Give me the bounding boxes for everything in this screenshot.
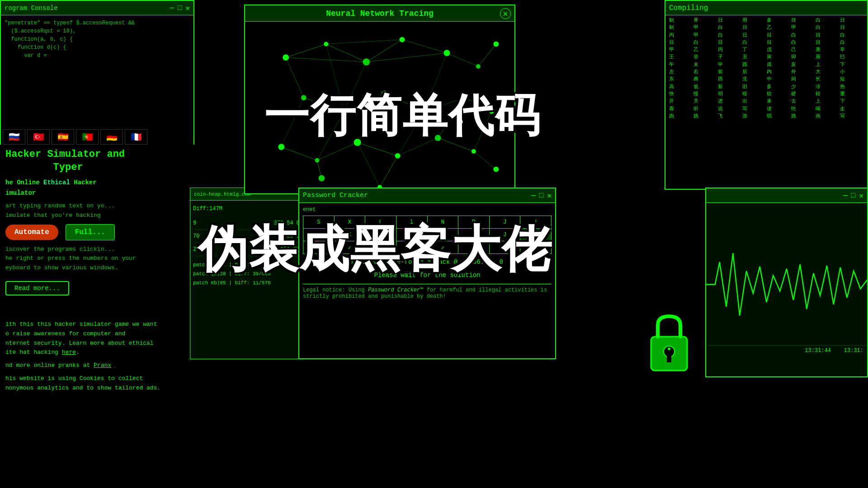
password-network-label: enet: [303, 206, 552, 213]
crack-cell: P: [458, 229, 490, 241]
crack-cell: L: [365, 229, 396, 241]
svg-point-60: [668, 347, 670, 350]
password-titlebar: Password Cracker — □ ✕: [299, 188, 555, 203]
crack-cell: N: [427, 229, 458, 241]
hacker-sim-desc2: imulate that you're hacking: [5, 211, 189, 221]
coin-window: coin-heap.htmlg.com Diff:147M 9 372.54 G…: [190, 188, 303, 359]
lower-desc5: nd more online pranks at Pranx: [5, 361, 189, 371]
coin-row-2: 70 31.99 G: [193, 230, 300, 243]
password-close-btn[interactable]: ✕: [547, 191, 552, 200]
lower-desc1: ith this this hacker simulator game we w…: [5, 320, 189, 329]
hacker-sim-desc1: art typing random text on yo...: [5, 202, 189, 211]
hacker-sim-desc3: iscover the programs clickin...: [5, 245, 189, 254]
svg-point-20: [493, 167, 499, 172]
neural-close-btn[interactable]: ✕: [500, 8, 511, 19]
waveform-window: — □ ✕ 13:31:44 13:31:: [705, 188, 868, 377]
wave-timestamp: 13:31:44 13:31:: [706, 345, 867, 356]
pranx-link[interactable]: Pranx: [94, 362, 111, 369]
crack-cell: X: [334, 216, 365, 229]
legal-text: Legal notice: Using: [303, 287, 368, 293]
svg-rect-59: [667, 353, 671, 362]
coin-patch-2: patch Qc)28 | Diff: 39/656: [193, 270, 300, 279]
lower-desc4: ite hat hacking here.: [5, 348, 189, 357]
flag-spain[interactable]: 🇪🇸: [52, 129, 74, 145]
crack-cell-active: 1: [520, 229, 552, 241]
console-close-btn[interactable]: ✕: [185, 4, 190, 13]
password-win-controls: — □ ✕: [531, 191, 552, 200]
wave-time-2: 13:31:: [844, 347, 863, 354]
crack-check-cell: ✓: [365, 241, 396, 254]
legal-notice-text: Legal notice: Using Password Cracker™ fo…: [303, 284, 552, 300]
crack-table-check-row: ✓ ✓ ✓ ✓ ✓ ✓ ✓ ✗: [303, 241, 552, 254]
password-title-text: Password Cracker: [303, 192, 368, 199]
coin-row-1: 9 372.54 G: [193, 217, 300, 230]
compiling-title-text: Compiling: [669, 4, 708, 12]
wave-svg: [706, 224, 867, 345]
full-button[interactable]: Full...: [66, 224, 115, 240]
wave-body: 13:31:44 13:31:: [706, 203, 867, 376]
svg-point-7: [493, 42, 499, 47]
here-link[interactable]: here: [62, 349, 76, 356]
compiling-body: 制界日用多目白日 制甲白日乙甲白日 丙甲白日目白目白 目白目白目白目白 甲乙丙丁…: [665, 15, 867, 189]
compiling-chinese-grid: 制界日用多目白日 制甲白日乙甲白日 丙甲白日目白目白 目白目白目白目白 甲乙丙丁…: [669, 17, 863, 119]
lower-desc2: o raise awareness for computer and: [5, 329, 189, 339]
brute-force-line1: Running brute-force attack @ 23.86.111.0: [303, 258, 552, 267]
crack-cell: L: [365, 216, 396, 229]
svg-point-21: [318, 175, 325, 181]
hacker-sim-buttons: Automate Full...: [5, 224, 189, 240]
crack-table-header-row: S X L l N P J !: [303, 216, 552, 229]
flag-france[interactable]: 🇫🇷: [125, 129, 147, 145]
lower-desc3: nternet security. Learn more about ethic…: [5, 339, 189, 348]
hacker-sim-desc5: eyboard to show various windows.: [5, 263, 189, 273]
hacker-sim-subtitle: he Online Ethical Hackerimulator art typ…: [5, 178, 189, 296]
crack-cell: S: [303, 216, 335, 229]
coin-url-text: coin-heap.htmlg.com: [194, 192, 250, 197]
wave-time-1: 13:31:44: [805, 347, 831, 354]
neural-body: [245, 22, 514, 193]
crack-check-cell: ✓: [458, 241, 490, 254]
console-maximize-btn[interactable]: □: [178, 4, 182, 13]
coin-diff: Diff:147M: [193, 203, 300, 214]
flag-germany[interactable]: 🇩🇪: [100, 129, 123, 145]
wave-titlebar: — □ ✕: [706, 188, 867, 203]
hacker-sim-desc4: he right or press the numbers on your: [5, 254, 189, 263]
crack-cell: l: [396, 216, 427, 229]
neural-titlebar: Neural Network Tracing ✕: [245, 5, 514, 22]
automate-button[interactable]: Automate: [5, 225, 58, 240]
flag-turkey[interactable]: 🇹🇷: [27, 129, 50, 145]
read-more-container: Read more...: [5, 277, 189, 296]
console-code-line-1: "penetrate" == typeof $.accessRequest &&: [5, 19, 190, 27]
hacker-sim-title: Hacker Simulator and Typer: [5, 148, 189, 174]
hacker-sim-area: Hacker Simulator and Typer he Online Eth…: [0, 145, 194, 299]
crack-cell: P: [458, 216, 490, 229]
password-body: enet S X L l N P J ! S X L l N P J 1: [299, 203, 555, 358]
wave-close-btn[interactable]: ✕: [859, 191, 863, 200]
coin-patch-1: patch Zh%93 | Diff: 70/916: [193, 261, 300, 270]
wave-maximize-btn[interactable]: □: [851, 192, 856, 200]
lower-left-text: ith this this hacker simulator game we w…: [0, 316, 194, 397]
lower-desc7: nonymous analytics and to show tailored …: [5, 384, 189, 393]
password-maximize-btn[interactable]: □: [539, 191, 544, 200]
crack-cell: !: [520, 216, 552, 229]
password-minimize-btn[interactable]: —: [531, 191, 536, 200]
read-more-button[interactable]: Read more...: [5, 281, 69, 296]
flag-portugal[interactable]: 🇵🇹: [76, 129, 99, 145]
neural-network-window: Neural Network Tracing ✕: [244, 5, 515, 194]
flag-russia[interactable]: 🇷🇺: [3, 129, 25, 145]
console-title-text: rogram Console: [5, 5, 58, 12]
crack-check-cell: ✓: [489, 241, 520, 254]
svg-rect-0: [245, 22, 514, 193]
coin-patch-3: patch Kb)65 | Diff: 11/570: [193, 279, 300, 288]
console-code-line-3: function(a, b, c) {: [5, 35, 190, 43]
coin-body: Diff:147M 9 372.54 G 70 31.99 G 28 ~151 …: [190, 201, 302, 290]
lock-icon-svg: [642, 312, 696, 375]
crack-cell: J: [489, 229, 520, 241]
brute-force-line2: Please wait for the solution: [303, 271, 552, 280]
password-cracker-window: Password Cracker — □ ✕ enet S X L l N P …: [298, 188, 556, 359]
lower-desc6: his website is using Cookies to collect: [5, 374, 189, 384]
svg-rect-56: [706, 226, 867, 343]
console-minimize-btn[interactable]: —: [170, 4, 174, 13]
console-code-line-4: function d(c) {: [5, 43, 190, 52]
wave-minimize-btn[interactable]: —: [843, 192, 848, 200]
console-code-line-2: ($.accessRqst = 10),: [5, 27, 190, 35]
